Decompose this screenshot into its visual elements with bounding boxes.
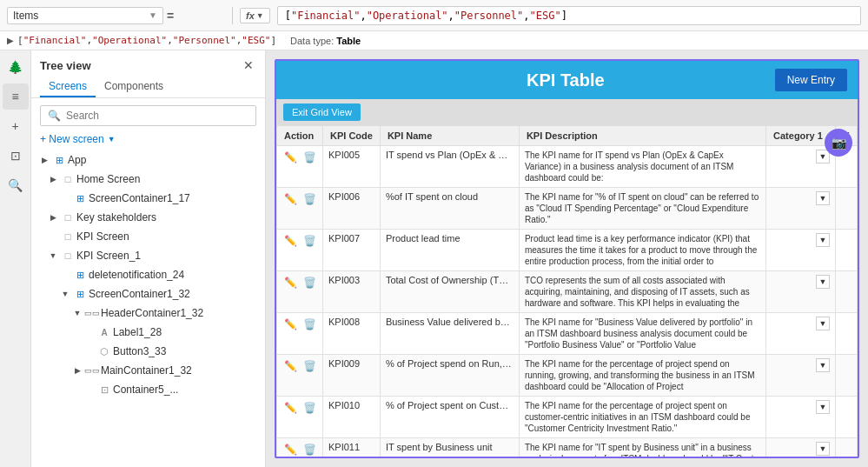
tree-title: Tree view [40, 59, 91, 72]
delete-icon[interactable]: 🗑️ [301, 275, 317, 290]
chevron-sc32: ▼ [59, 288, 71, 300]
category-dropdown[interactable]: ▼ [816, 191, 830, 205]
icon-dn24: ⊞ [73, 268, 87, 282]
category-cell-5: ▼ [766, 355, 836, 397]
edit-icon[interactable]: ✏️ [282, 400, 298, 416]
col-action: Action [277, 126, 323, 146]
new-entry-button[interactable]: New Entry [775, 69, 847, 91]
label-mc32: MainContainer1_32 [101, 364, 192, 377]
delete-icon[interactable]: 🗑️ [301, 317, 317, 332]
category-cell-3: ▼ [766, 271, 836, 313]
tree-close-button[interactable]: ✕ [241, 57, 256, 73]
table-row: ✏️ 🗑️ KPI007Product lead timeProduct lea… [277, 230, 858, 271]
col-kpi-name: KPI Name [380, 126, 519, 146]
label-l28: Label1_28 [113, 326, 162, 338]
search-input[interactable] [66, 110, 248, 122]
icon-ks: □ [61, 210, 75, 224]
category-dropdown[interactable]: ▼ [816, 400, 830, 414]
delete-icon[interactable]: 🗑️ [301, 150, 317, 165]
tree-item-sc32[interactable]: ▼ ⊞ ScreenContainer1_32 [35, 284, 262, 304]
chevron-mc32: ▶ [71, 364, 83, 377]
tree-item-kpi-screen-1[interactable]: ▼ □ KPI Screen_1 [35, 246, 262, 265]
formula-bar[interactable]: ["Financial","Operational","Personnel","… [277, 6, 861, 25]
kpi-code-cell-7: KPI011 [323, 438, 381, 457]
action-cell-2: ✏️ 🗑️ [277, 230, 323, 271]
icon-b33: ⬡ [97, 344, 111, 358]
category-dropdown[interactable]: ▼ [816, 233, 830, 247]
camera-icon-button[interactable]: 📷 [825, 129, 852, 157]
icon-l28: A [97, 325, 111, 339]
equals-sign: = [167, 9, 174, 23]
insert-icon-btn[interactable]: + [3, 113, 29, 139]
kpi-desc-cell-2: Product lead time is a key performance i… [519, 230, 765, 271]
kpi-desc-cell-5: The KPI name for the percentage of proje… [519, 355, 765, 397]
kpi-name-cell-3: Total Cost of Ownership (TCO) for Busine… [380, 271, 519, 313]
search-icon-btn[interactable]: 🔍 [3, 172, 29, 198]
data-type-label: Data type: Table [290, 36, 361, 46]
kpi-name-cell-6: % of Project spent on Customer centric i… [380, 397, 519, 438]
tree-item-kpi-screen[interactable]: ▶ □ KPI Screen [35, 227, 262, 246]
category-dropdown[interactable]: ▼ [816, 275, 830, 289]
suggestion-text: ["Financial","Operational","Personnel","… [17, 35, 276, 46]
new-screen-button[interactable]: + New screen ▼ [40, 133, 256, 145]
tree-item-home-screen[interactable]: ▶ □ Home Screen [35, 170, 262, 189]
tree-items: ▶ ⊞ App ▶ □ Home Screen ▶ ⊞ ScreenContai… [31, 150, 265, 467]
icon-hc32: ▭▭ [85, 306, 99, 320]
tree-item-screencontainer17[interactable]: ▶ ⊞ ScreenContainer1_17 [35, 189, 262, 208]
tree-tabs: Screens Components [31, 77, 265, 98]
tab-components[interactable]: Components [96, 77, 172, 97]
table-row: ✏️ 🗑️ KPI006%of IT spent on cloudThe KPI… [277, 188, 858, 230]
tree-item-mc32[interactable]: ▶ ▭▭ MainContainer1_32 [35, 361, 262, 380]
k-cell-3 [836, 271, 858, 313]
new-screen-arrow: ▼ [108, 135, 116, 143]
items-dropdown[interactable]: Items ▼ [7, 7, 163, 24]
data-icon-btn[interactable]: ⊡ [3, 143, 29, 169]
category-dropdown[interactable]: ▼ [816, 358, 830, 372]
delete-icon[interactable]: 🗑️ [301, 191, 317, 207]
icon-home: □ [61, 172, 75, 186]
tree-item-deletenotification[interactable]: ▶ ⊞ deletenotification_24 [35, 265, 262, 284]
kpi-name-cell-1: %of IT spent on cloud [380, 188, 519, 230]
label-b33: Button3_33 [113, 345, 166, 357]
chevron-app: ▶ [38, 154, 50, 166]
edit-icon[interactable]: ✏️ [282, 191, 298, 207]
delete-icon[interactable]: 🗑️ [301, 442, 317, 457]
delete-icon[interactable]: 🗑️ [301, 358, 317, 374]
label-c5: Container5_... [113, 384, 178, 396]
edit-icon[interactable]: ✏️ [282, 233, 298, 249]
label-ks: Key stakeholders [76, 211, 156, 223]
edit-icon[interactable]: ✏️ [282, 275, 298, 290]
kpi-desc-cell-0: The KPI name for IT spend vs Plan (OpEx … [519, 146, 765, 188]
tree-icon-btn[interactable]: 🌲 [3, 54, 29, 80]
edit-icon[interactable]: ✏️ [282, 317, 298, 332]
exit-grid-button[interactable]: Exit Grid View [283, 103, 361, 121]
tree-item-key-stakeholders[interactable]: ▶ □ Key stakeholders [35, 208, 262, 227]
table-row: ✏️ 🗑️ KPI009% of Project spend on Run, g… [277, 355, 858, 397]
category-dropdown[interactable]: ▼ [816, 317, 830, 330]
category-dropdown[interactable]: ▼ [816, 442, 830, 456]
edit-icon[interactable]: ✏️ [282, 358, 298, 374]
kpi-code-cell-1: KPI006 [323, 188, 381, 230]
tree-item-hc32[interactable]: ▼ ▭▭ HeaderContainer1_32 [35, 304, 262, 323]
delete-icon[interactable]: 🗑️ [301, 400, 317, 416]
name-box-area: Items ▼ = [7, 7, 233, 24]
tab-screens[interactable]: Screens [40, 77, 96, 97]
fx-button[interactable]: fx ▼ [240, 8, 270, 23]
k-cell-4 [836, 313, 858, 355]
table-row: ✏️ 🗑️ KPI005IT spend vs Plan (OpEx & Cap… [277, 146, 858, 188]
left-panel: Tree view ✕ Screens Components 🔍 + New s… [31, 50, 266, 467]
tree-item-button33[interactable]: ▶ ⬡ Button3_33 [35, 342, 262, 361]
tree-item-app[interactable]: ▶ ⊞ App [35, 150, 262, 170]
table-row: ✏️ 🗑️ KPI010% of Project spent on Custom… [277, 397, 858, 438]
kpi-table-wrap[interactable]: Action KPI Code KPI Name KPI Description… [276, 125, 858, 457]
delete-icon[interactable]: 🗑️ [301, 233, 317, 249]
layers-icon-btn[interactable]: ≡ [3, 83, 29, 110]
chevron-home: ▶ [47, 173, 59, 185]
kpi-table: Action KPI Code KPI Name KPI Description… [276, 125, 858, 457]
edit-icon[interactable]: ✏️ [282, 150, 298, 165]
category-cell-6: ▼ [766, 397, 836, 438]
edit-icon[interactable]: ✏️ [282, 442, 298, 457]
table-row: ✏️ 🗑️ KPI008Business Value delivered by … [277, 313, 858, 355]
tree-item-container5[interactable]: ▶ ⊡ Container5_... [35, 380, 262, 399]
tree-item-label28[interactable]: ▶ A Label1_28 [35, 323, 262, 342]
